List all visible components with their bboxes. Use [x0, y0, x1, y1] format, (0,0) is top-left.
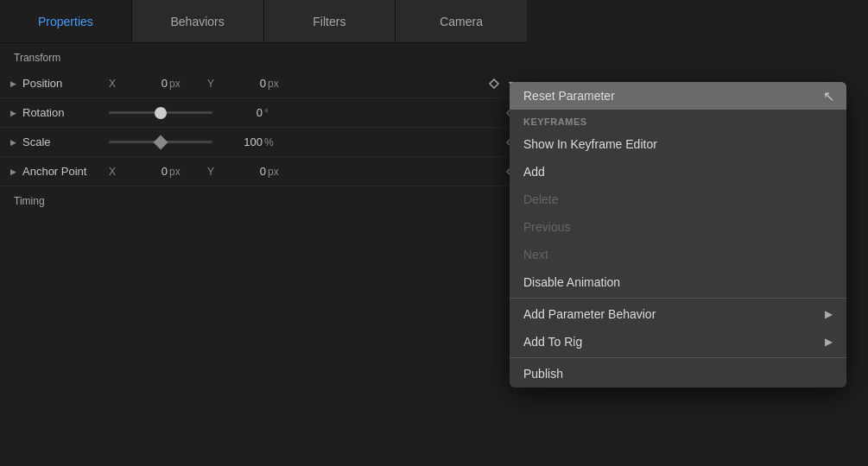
ctx-add-to-rig[interactable]: Add To Rig ▶ — [510, 328, 846, 356]
ctx-show-keyframe-editor[interactable]: Show In Keyframe Editor — [510, 130, 846, 158]
ctx-keyframes-label: KEYFRAMES — [510, 110, 846, 130]
ctx-add-to-rig-label: Add To Rig — [523, 335, 582, 349]
ctx-add-parameter-behavior-arrow: ▶ — [825, 308, 833, 320]
rotation-label: Rotation — [22, 106, 109, 119]
ctx-disable-animation-label: Disable Animation — [523, 275, 620, 289]
ctx-publish-label: Publish — [523, 367, 563, 381]
left-panel: Properties Behaviors Filters Camera Tran… — [0, 0, 527, 466]
ctx-delete: Delete — [510, 186, 846, 213]
tab-properties[interactable]: Properties — [0, 0, 132, 42]
position-y-unit: px — [268, 78, 285, 90]
anchor-y-unit: px — [268, 166, 285, 178]
ctx-show-keyframe-editor-label: Show In Keyframe Editor — [523, 137, 657, 151]
position-arrow: ▶ — [7, 78, 19, 90]
ctx-delete-label: Delete — [523, 192, 558, 206]
rotation-value: 0 — [219, 106, 263, 119]
scale-arrow: ▶ — [7, 136, 19, 148]
anchor-x-value: 0 — [124, 165, 168, 178]
ctx-next-label: Next — [523, 248, 548, 261]
ctx-disable-animation[interactable]: Disable Animation — [510, 268, 846, 296]
position-x-unit: px — [169, 78, 187, 90]
ctx-previous-label: Previous — [523, 220, 570, 234]
ctx-add[interactable]: Add — [510, 158, 846, 186]
position-y-label: Y — [207, 78, 219, 90]
anchor-x-label: X — [109, 166, 121, 178]
ctx-add-parameter-behavior[interactable]: Add Parameter Behavior ▶ — [510, 300, 846, 328]
tab-filters[interactable]: Filters — [264, 0, 396, 42]
scale-row[interactable]: ▶ Scale 100 % — [0, 128, 527, 157]
anchor-y-value: 0 — [223, 165, 266, 178]
tab-bar: Properties Behaviors Filters Camera — [0, 0, 527, 43]
timing-header: Timing — [0, 186, 527, 212]
ctx-next: Next — [510, 241, 846, 268]
ctx-reset-parameter[interactable]: Reset Parameter ↖ — [510, 82, 846, 110]
tab-behaviors[interactable]: Behaviors — [132, 0, 264, 42]
ctx-previous: Previous — [510, 213, 846, 241]
position-y-value: 0 — [223, 77, 266, 90]
ctx-publish[interactable]: Publish — [510, 360, 846, 387]
scale-value: 100 — [219, 135, 263, 148]
scale-unit: % — [264, 136, 282, 148]
ctx-add-label: Add — [523, 165, 545, 179]
anchor-x-unit: px — [169, 166, 187, 178]
position-row[interactable]: ▶ Position X 0 px Y 0 px ▾ — [0, 69, 527, 98]
position-x-value: 0 — [124, 77, 168, 90]
anchor-point-row[interactable]: ▶ Anchor Point X 0 px Y 0 px — [0, 157, 527, 186]
scale-label: Scale — [22, 135, 109, 148]
position-x-label: X — [109, 78, 121, 90]
rotation-unit: ° — [264, 107, 282, 119]
properties-content: Transform ▶ Position X 0 px Y 0 px ▾ ▶ R… — [0, 43, 527, 212]
rotation-slider[interactable] — [109, 111, 212, 114]
scale-slider[interactable] — [109, 141, 212, 143]
rotation-arrow: ▶ — [7, 107, 19, 119]
context-menu: Reset Parameter ↖ KEYFRAMES Show In Keyf… — [510, 82, 846, 387]
anchor-point-arrow: ▶ — [7, 166, 19, 178]
svg-marker-0 — [490, 79, 498, 88]
ctx-add-to-rig-arrow: ▶ — [825, 336, 833, 348]
cursor-indicator: ↖ — [823, 88, 834, 104]
ctx-separator-1 — [510, 298, 846, 299]
transform-header: Transform — [0, 43, 527, 69]
ctx-add-parameter-behavior-label: Add Parameter Behavior — [523, 307, 656, 321]
tab-camera[interactable]: Camera — [396, 0, 527, 42]
rotation-row[interactable]: ▶ Rotation 0 ° — [0, 98, 527, 128]
anchor-point-label: Anchor Point — [22, 165, 109, 178]
anchor-y-label: Y — [207, 166, 219, 178]
position-label: Position — [22, 77, 109, 90]
ctx-reset-parameter-label: Reset Parameter — [523, 89, 615, 103]
position-keyframe-icon[interactable] — [485, 75, 503, 92]
ctx-separator-2 — [510, 357, 846, 358]
